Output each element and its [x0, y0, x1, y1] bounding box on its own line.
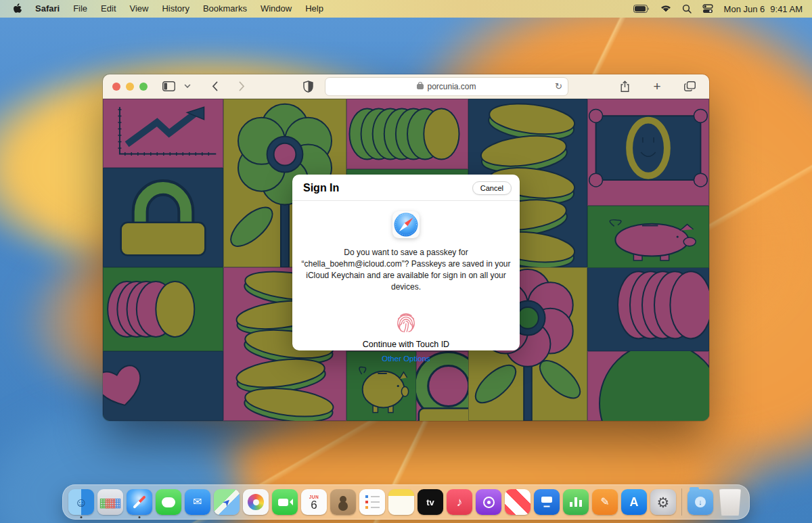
address-bar[interactable]: porcunia.com ↻	[325, 77, 568, 96]
tv-glyph: tv	[426, 498, 434, 507]
finder-glyph: ☺	[74, 496, 87, 509]
touch-id-fingerprint-icon	[394, 309, 418, 334]
dock-maps-icon[interactable]: ➤	[214, 489, 240, 515]
share-icon[interactable]	[616, 78, 633, 95]
sidebar-chevron-icon[interactable]	[179, 78, 196, 95]
passkey-dialog: Sign In Cancel	[292, 175, 520, 350]
other-options-link[interactable]: Other Options	[382, 355, 430, 363]
cancel-button[interactable]: Cancel	[472, 181, 512, 195]
close-window-button[interactable]	[112, 83, 120, 91]
dock-calendar-icon[interactable]: JUN6	[301, 489, 327, 515]
dock-mail-icon[interactable]: ✉	[185, 489, 210, 515]
dock-contacts-icon[interactable]	[330, 489, 356, 515]
dock-music-icon[interactable]: ♪	[447, 489, 472, 515]
dock-news-icon[interactable]	[505, 489, 531, 515]
settings-glyph: ⚙	[657, 495, 670, 509]
launchpad-glyph: ▦	[104, 496, 116, 509]
dock: ☺▦✉➤JUN6tv♪✎A⚙↓	[62, 484, 750, 520]
dock-facetime-icon[interactable]	[272, 489, 298, 515]
web-page-mosaic: Sign In Cancel	[103, 99, 709, 421]
dock-numbers-icon[interactable]	[563, 489, 589, 515]
running-indicator	[139, 516, 141, 518]
pages-glyph: ✎	[600, 497, 609, 507]
dock-messages-icon[interactable]	[156, 489, 181, 515]
zoom-window-button[interactable]	[139, 83, 148, 91]
mail-glyph: ✉	[193, 497, 202, 507]
tile-line-chart	[103, 99, 223, 168]
continue-with-touch-id-label: Continue with Touch ID	[363, 340, 449, 349]
safari-toolbar: porcunia.com ↻ +	[103, 74, 709, 99]
dock-notes-icon[interactable]	[388, 489, 414, 515]
dock-podcasts-icon[interactable]	[476, 489, 501, 515]
downloads-glyph: ↓	[695, 497, 706, 507]
music-glyph: ♪	[457, 496, 463, 508]
menu-bookmarks[interactable]: Bookmarks	[196, 0, 254, 18]
dock-safari-icon[interactable]	[127, 489, 152, 515]
appstore-glyph: A	[630, 496, 639, 508]
minimize-window-button[interactable]	[126, 83, 134, 91]
menu-bar: Safari File Edit View History Bookmarks …	[0, 0, 812, 18]
dock-reminders-icon[interactable]	[359, 489, 385, 515]
back-button[interactable]	[206, 78, 223, 95]
wifi-icon[interactable]	[660, 5, 671, 13]
dock-settings-icon[interactable]: ⚙	[650, 489, 676, 515]
dialog-message: Do you want to save a passkey for “chell…	[300, 247, 512, 293]
safari-window: porcunia.com ↻ + Sign In Cancel	[103, 74, 709, 421]
safari-app-icon	[392, 210, 420, 239]
dock-tv-icon[interactable]: tv	[418, 489, 443, 515]
sidebar-toggle-icon[interactable]	[160, 78, 177, 95]
menu-window[interactable]: Window	[254, 0, 298, 18]
battery-icon[interactable]	[633, 5, 650, 13]
tab-overview-icon[interactable]	[681, 78, 698, 95]
dock-appstore-icon[interactable]: A	[621, 489, 647, 515]
window-controls	[110, 83, 153, 91]
tile-padlock-navy	[103, 168, 223, 267]
menu-safari[interactable]: Safari	[28, 0, 66, 18]
forward-button[interactable]	[233, 78, 250, 95]
menu-time[interactable]: 9:41 AM	[770, 4, 803, 14]
dock-trash-icon[interactable]	[717, 488, 744, 516]
tile-coin-roll-end	[103, 267, 223, 351]
lock-icon	[417, 84, 424, 89]
reload-icon[interactable]: ↻	[555, 81, 562, 91]
dock-keynote-icon[interactable]	[534, 489, 560, 515]
menu-date[interactable]: Mon Jun 6	[724, 4, 765, 14]
new-tab-button[interactable]: +	[648, 78, 666, 95]
tile-coin-roll-navy	[587, 267, 709, 351]
dialog-title: Sign In	[303, 182, 339, 194]
dock-downloads-icon[interactable]: ↓	[687, 489, 713, 515]
dock-finder-icon[interactable]: ☺	[68, 489, 94, 515]
spotlight-search-icon[interactable]	[682, 4, 692, 14]
address-text: porcunia.com	[427, 82, 476, 91]
calendar-day-label: 6	[311, 499, 317, 511]
control-center-icon[interactable]	[702, 4, 713, 14]
privacy-report-icon[interactable]	[299, 78, 317, 95]
menu-file[interactable]: File	[66, 0, 94, 18]
dock-launchpad-icon[interactable]: ▦	[97, 489, 123, 515]
menu-history[interactable]: History	[155, 0, 196, 18]
maps-glyph: ➤	[221, 496, 233, 508]
running-indicator	[81, 516, 83, 518]
desktop: Safari File Edit View History Bookmarks …	[0, 0, 812, 523]
dock-photos-icon[interactable]	[243, 489, 269, 515]
menu-edit[interactable]: Edit	[94, 0, 122, 18]
dock-pages-icon[interactable]: ✎	[592, 489, 618, 515]
menu-help[interactable]: Help	[298, 0, 330, 18]
tile-coin-roll-green	[346, 99, 468, 169]
tile-heart	[103, 351, 223, 421]
tile-green-circle	[587, 351, 709, 421]
tile-piggy-magenta	[587, 206, 709, 268]
menu-view[interactable]: View	[123, 0, 156, 18]
apple-menu-icon[interactable]	[7, 3, 28, 14]
tile-dollar-bill	[587, 99, 709, 206]
dock-divider	[681, 488, 682, 516]
